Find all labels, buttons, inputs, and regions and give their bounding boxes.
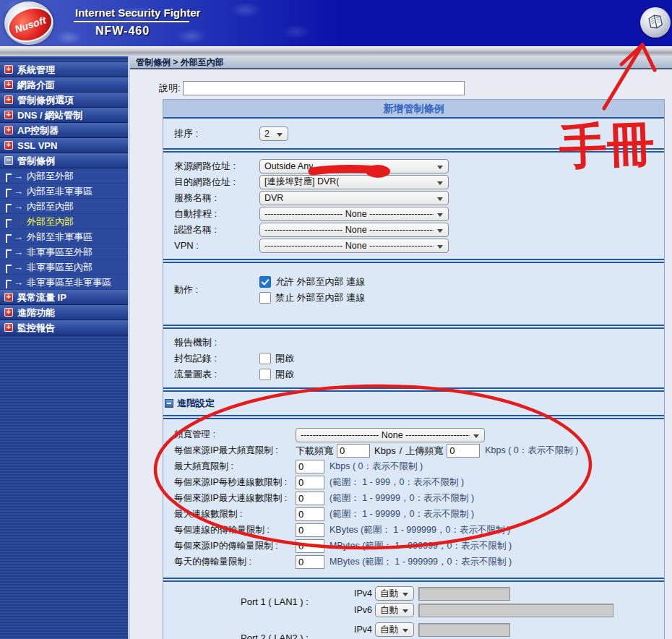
max-bandwidth-hint: Kbps ( 0：表示不限制 ) [329, 460, 423, 473]
sidebar-subitem-dmz-to-dmz[interactable]: 非軍事區至非軍事區 [0, 275, 128, 290]
sidebar-item-monitor-report[interactable]: 監控報告 [0, 320, 128, 335]
collapse-minus-icon [4, 156, 13, 165]
sidebar-item-interface[interactable]: 網路介面 [0, 77, 128, 93]
sidebar-item-advanced[interactable]: 進階功能 [0, 305, 128, 320]
daily-quota-hint: MBytes (範圍： 1 - 999999，0：表示不限制 ) [329, 556, 512, 568]
authentication-label: 認證名稱 : [174, 223, 259, 236]
sidebar-item-label: 管制條例 [17, 153, 55, 168]
slash-separator: / [400, 445, 402, 456]
sidebar-item-label: 網路介面 [17, 77, 55, 93]
sidebar-item-label: 系統管理 [17, 62, 55, 77]
tree-bracket-icon [6, 265, 12, 273]
packet-log-label: 封包記錄 : [174, 352, 259, 365]
traffic-chart-checkbox[interactable] [259, 369, 271, 380]
vpn-select[interactable]: -------------------------- None --------… [259, 239, 449, 253]
source-address-select[interactable]: Outside Any [259, 159, 449, 173]
nusoft-logo: Nusoft [4, 1, 53, 45]
port1-ipv6-mode-select[interactable]: 自動 [375, 603, 414, 617]
content-area: 管制條例 > 外部至內部 說明: 新增管制條例 排序 : 2 來源網路位址 : [130, 56, 672, 639]
book-icon [646, 12, 665, 33]
tree-bracket-icon [6, 204, 12, 213]
transfer-mode-section: 傳送模式 : 說明 Port 1 ( LAN1 ) : IPv4 自動 IPv6… [163, 582, 664, 639]
sidebar-subitem-dmz-to-lan[interactable]: 非軍事區至內部 [0, 260, 128, 275]
sidebar-subitem-lan-to-wan[interactable]: 內部至外部 [0, 168, 128, 184]
port1-ipv4-address-input [418, 587, 510, 601]
sidebar-item-label: 進階功能 [17, 305, 55, 320]
per-ip-bw-hint: Kbps ( 0：表示不限制 ) [485, 445, 578, 457]
port2-ipv4-address-input [418, 623, 510, 637]
allow-checkbox[interactable] [259, 276, 271, 288]
port2-label: Port 2 ( LAN2 ) : [241, 632, 322, 639]
sidebar-item-system[interactable]: 系統管理 [0, 62, 128, 77]
report-mechanism-label: 報告機制 : [174, 336, 259, 349]
per-ip-quota-input[interactable] [296, 539, 324, 553]
sidebar-item-label: 管制條例選項 [17, 93, 74, 108]
sidebar-item-abnormal-ip[interactable]: 異常流量 IP [0, 290, 128, 305]
breadcrumb: 管制條例 > 外部至內部 [130, 56, 672, 69]
max-bandwidth-label: 最大頻寬限制 : [174, 460, 296, 473]
collapse-minus-icon[interactable] [165, 399, 173, 408]
silver-divider-strip [0, 46, 672, 56]
per-ip-conn-rate-label: 每個來源IP每秒連線數限制 : [174, 476, 296, 489]
destination-address-label: 目的網路位址 : [174, 176, 259, 189]
ipv4-label: IPv4 [350, 625, 372, 635]
manual-button[interactable] [640, 7, 671, 38]
expand-plus-icon [4, 65, 13, 74]
service-name-select[interactable]: DVR [259, 191, 449, 205]
sidebar-item-label: DNS / 網站管制 [17, 108, 82, 123]
allow-option-label: 允許 外部至內部 連線 [275, 275, 365, 288]
schedule-select[interactable]: -------------------------- None --------… [259, 207, 449, 221]
sidebar-subitem-label: 非軍事區至內部 [27, 260, 92, 275]
sidebar-subitem-wan-to-dmz[interactable]: 外部至非軍事區 [0, 229, 128, 244]
sidebar-subitem-dmz-to-wan[interactable]: 非軍事區至外部 [0, 244, 128, 260]
tree-bracket-icon [6, 249, 12, 258]
per-ip-max-conn-input[interactable] [296, 492, 324, 505]
port1-ipv6-address-input [418, 604, 613, 617]
max-conn-hint: (範圍： 1 - 99999，0：表示不限制 ) [329, 508, 474, 520]
max-bandwidth-input[interactable] [296, 460, 324, 473]
daily-quota-input[interactable] [296, 555, 324, 569]
sidebar-item-label: 異常流量 IP [17, 290, 66, 305]
enable-option-label: 開啟 [275, 352, 294, 365]
arrow-icon [14, 199, 23, 214]
traffic-chart-label: 流量圖表 : [174, 368, 259, 381]
port2-ipv4-mode-select[interactable]: 自動 [375, 622, 414, 637]
sidebar-item-policy[interactable]: 管制條例 [0, 153, 128, 168]
max-conn-input[interactable] [296, 507, 324, 521]
page: Nusoft Internet Security Fighter NFW-460 [0, 0, 672, 639]
sort-select[interactable]: 2 [259, 126, 288, 141]
sidebar-subitem-wan-to-lan[interactable]: 外部至內部 [0, 214, 128, 229]
sidebar-item-label: 監控報告 [17, 320, 55, 335]
arrow-icon [14, 244, 23, 260]
qos-select[interactable]: -------------------------- None --------… [296, 428, 485, 442]
sidebar-item-dns-web-control[interactable]: DNS / 網站管制 [0, 108, 128, 123]
sidebar-item-ap-controller[interactable]: AP控制器 [0, 123, 128, 138]
service-name-label: 服務名稱 : [174, 192, 259, 205]
qos-label: 頻寬管理 : [174, 429, 296, 441]
destination-address-select[interactable]: [連接埠對應] DVR( [259, 175, 449, 189]
per-conn-quota-input[interactable] [296, 523, 324, 537]
per-ip-conn-rate-input[interactable] [296, 476, 324, 489]
authentication-select[interactable]: -------------------------- None --------… [259, 223, 449, 237]
daily-quota-label: 每天的傳輸量限制 : [174, 556, 296, 568]
top-banner: Nusoft Internet Security Fighter NFW-460 [0, 0, 672, 46]
sidebar-subitem-lan-to-dmz[interactable]: 內部至非軍事區 [0, 184, 128, 199]
upload-bw-input[interactable] [447, 444, 480, 458]
arrow-icon [14, 214, 23, 229]
sort-label: 排序 : [174, 127, 259, 140]
sidebar-subitem-lan-to-lan[interactable]: 內部至內部 [0, 199, 128, 214]
description-input[interactable] [183, 81, 465, 95]
arrow-icon [14, 229, 23, 244]
packet-log-checkbox[interactable] [259, 353, 271, 364]
ipv6-label: IPv6 [350, 605, 372, 615]
sidebar-item-policy-options[interactable]: 管制條例選項 [0, 93, 128, 108]
expand-plus-icon [4, 95, 13, 104]
sidebar-item-ssl-vpn[interactable]: SSL VPN [0, 138, 128, 153]
port1-ipv4-mode-select[interactable]: 自動 [375, 586, 414, 601]
expand-plus-icon [4, 141, 13, 150]
sidebar: 系統管理 網路介面 管制條例選項 DNS / 網站管制 AP控制器 SSL VP… [0, 56, 130, 639]
deny-checkbox[interactable] [259, 292, 271, 304]
tree-bracket-icon [6, 234, 12, 243]
download-bw-input[interactable] [337, 444, 370, 458]
upload-bw-label: 上傳頻寬 [405, 445, 443, 458]
